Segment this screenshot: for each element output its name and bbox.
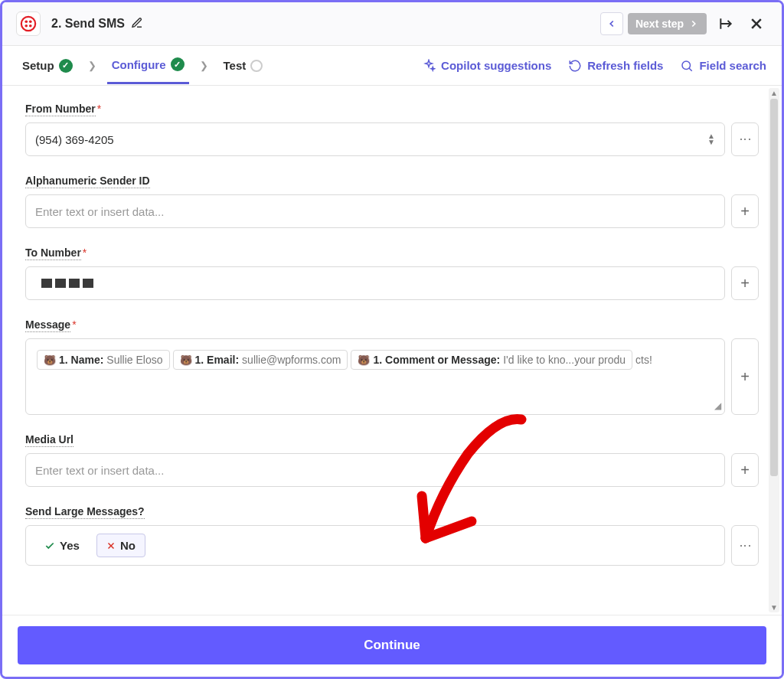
- from-number-value: (954) 369-4205: [35, 133, 114, 146]
- redacted-value: [41, 279, 95, 288]
- to-number-input[interactable]: [25, 266, 725, 300]
- chevron-right-icon: ❯: [88, 60, 96, 71]
- more-icon: ⋮: [743, 540, 746, 552]
- svg-point-2: [29, 20, 32, 23]
- pill-value: I'd like to kno...your produ: [503, 354, 626, 366]
- refresh-label: Refresh fields: [587, 59, 663, 72]
- wpforms-icon: 🐻: [180, 354, 192, 366]
- from-number-label: From Number: [25, 103, 96, 116]
- svg-point-0: [21, 17, 35, 31]
- copilot-suggestions-button[interactable]: Copilot suggestions: [422, 59, 551, 73]
- step-title: 2. Send SMS: [51, 17, 125, 31]
- next-step-button[interactable]: Next step: [628, 13, 707, 34]
- plus-icon: +: [740, 275, 750, 292]
- chevron-right-icon: ❯: [200, 60, 208, 71]
- field-search-button[interactable]: Field search: [680, 59, 766, 73]
- scroll-up-icon[interactable]: ▲: [769, 89, 779, 97]
- alpha-sender-input[interactable]: Enter text or insert data...: [25, 194, 725, 228]
- continue-button[interactable]: Continue: [18, 626, 766, 664]
- scroll-down-icon[interactable]: ▼: [769, 603, 779, 612]
- next-step-label: Next step: [635, 18, 684, 30]
- message-trailing-text: cts!: [634, 351, 654, 369]
- pill-label: 1. Email:: [195, 354, 240, 366]
- media-url-label: Media Url: [25, 433, 74, 447]
- header-bar: 2. Send SMS Next step: [2, 2, 782, 46]
- chevron-updown-icon: ▲▼: [707, 133, 715, 145]
- footer: Continue: [2, 615, 782, 677]
- send-large-label: Send Large Messages?: [25, 505, 145, 519]
- check-icon: ✓: [59, 59, 73, 73]
- tab-setup-label: Setup: [22, 59, 54, 72]
- wpforms-icon: 🐻: [358, 354, 370, 366]
- message-pill-comment[interactable]: 🐻 1. Comment or Message: I'd like to kno…: [351, 350, 632, 370]
- yes-button[interactable]: Yes: [35, 534, 89, 557]
- svg-line-10: [689, 68, 692, 71]
- resize-handle-icon[interactable]: ◢: [714, 400, 721, 411]
- more-icon: ⋮: [743, 133, 746, 145]
- twilio-app-icon: [16, 11, 41, 36]
- media-url-placeholder: Enter text or insert data...: [35, 464, 164, 477]
- message-label: Message: [25, 318, 70, 332]
- edit-title-icon[interactable]: [131, 17, 143, 31]
- close-icon[interactable]: [745, 12, 768, 35]
- tab-test[interactable]: Test: [219, 48, 268, 83]
- plus-icon: +: [740, 462, 750, 479]
- to-number-insert-button[interactable]: +: [731, 266, 759, 300]
- required-marker: *: [97, 103, 101, 115]
- plus-icon: +: [740, 203, 750, 220]
- yes-label: Yes: [60, 539, 80, 552]
- svg-point-9: [682, 61, 691, 70]
- media-url-insert-button[interactable]: +: [731, 453, 759, 487]
- tabs-bar: Setup ✓ ❯ Configure ✓ ❯ Test Copilot sug…: [2, 46, 782, 86]
- scrollbar-thumb[interactable]: [770, 99, 778, 476]
- prev-step-button[interactable]: [600, 12, 623, 35]
- tab-setup[interactable]: Setup ✓: [18, 48, 77, 83]
- pill-value: sullie@wpforms.com: [242, 354, 341, 366]
- svg-point-1: [24, 20, 28, 23]
- svg-point-4: [29, 24, 32, 28]
- alpha-sender-placeholder: Enter text or insert data...: [35, 205, 164, 218]
- from-number-select[interactable]: (954) 369-4205 ▲▼: [25, 122, 725, 156]
- media-url-input[interactable]: Enter text or insert data...: [25, 453, 725, 487]
- no-button[interactable]: No: [96, 534, 145, 557]
- copilot-label: Copilot suggestions: [441, 59, 551, 72]
- tab-configure[interactable]: Configure ✓: [107, 47, 189, 84]
- form-scroll-area[interactable]: From Number* (954) 369-4205 ▲▼ ⋮ Alphanu…: [2, 86, 782, 615]
- message-input[interactable]: 🐻 1. Name: Sullie Eloso 🐻 1. Email: sull…: [25, 338, 725, 415]
- continue-label: Continue: [364, 638, 420, 652]
- alpha-sender-insert-button[interactable]: +: [731, 194, 759, 228]
- required-marker: *: [83, 246, 87, 259]
- message-insert-button[interactable]: +: [731, 338, 759, 415]
- no-label: No: [120, 539, 136, 552]
- pill-value: Sullie Eloso: [106, 354, 162, 366]
- alpha-sender-label: Alphanumeric Sender ID: [25, 175, 150, 188]
- empty-status-icon: [250, 60, 263, 72]
- field-search-label: Field search: [699, 59, 766, 72]
- refresh-fields-button[interactable]: Refresh fields: [568, 59, 663, 73]
- tab-test-label: Test: [224, 59, 247, 72]
- send-large-group: Yes No: [25, 525, 725, 566]
- to-number-label: To Number: [25, 246, 81, 260]
- pill-label: 1. Comment or Message:: [373, 354, 500, 366]
- tab-configure-label: Configure: [112, 58, 166, 71]
- plus-icon: +: [740, 368, 750, 386]
- svg-point-3: [24, 24, 28, 28]
- scrollbar[interactable]: ▲ ▼: [769, 88, 779, 612]
- message-pill-email[interactable]: 🐻 1. Email: sullie@wpforms.com: [173, 350, 348, 370]
- wpforms-icon: 🐻: [44, 354, 56, 366]
- message-pill-name[interactable]: 🐻 1. Name: Sullie Eloso: [37, 350, 170, 370]
- expand-icon[interactable]: [714, 12, 737, 35]
- required-marker: *: [72, 318, 76, 331]
- check-icon: ✓: [171, 57, 185, 71]
- from-number-more-button[interactable]: ⋮: [731, 122, 759, 156]
- send-large-more-button[interactable]: ⋮: [731, 525, 759, 566]
- pill-label: 1. Name:: [59, 354, 103, 366]
